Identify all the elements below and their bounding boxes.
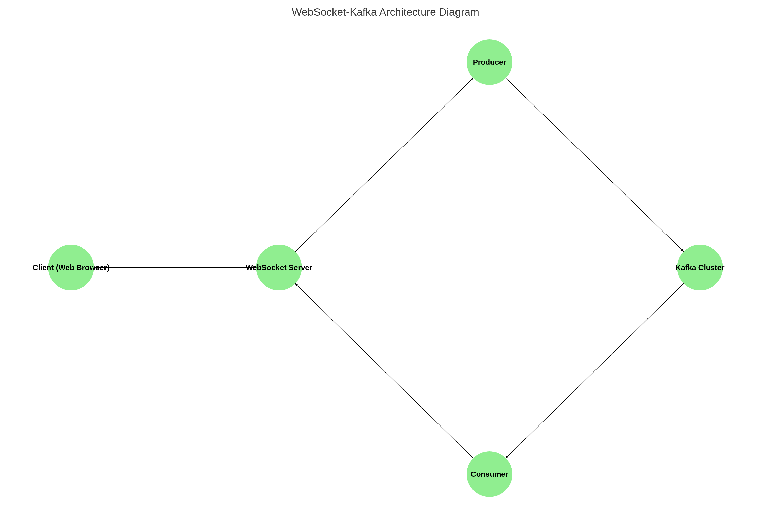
node-consumer-label: Consumer [471,470,508,478]
node-wsserver-label: WebSocket Server [246,263,312,272]
edge-consumer-wsserver [295,283,473,458]
edge-producer-kafka [506,78,684,252]
node-producer-label: Producer [473,58,506,66]
node-client-label: Client (Web Browser) [33,263,110,272]
edge-wsserver-producer [295,78,473,252]
architecture-diagram: Client (Web Browser) WebSocket Server Pr… [0,0,771,532]
edges-layer [0,0,771,532]
node-kafka-label: Kafka Cluster [675,263,724,272]
edge-kafka-consumer [506,283,684,458]
